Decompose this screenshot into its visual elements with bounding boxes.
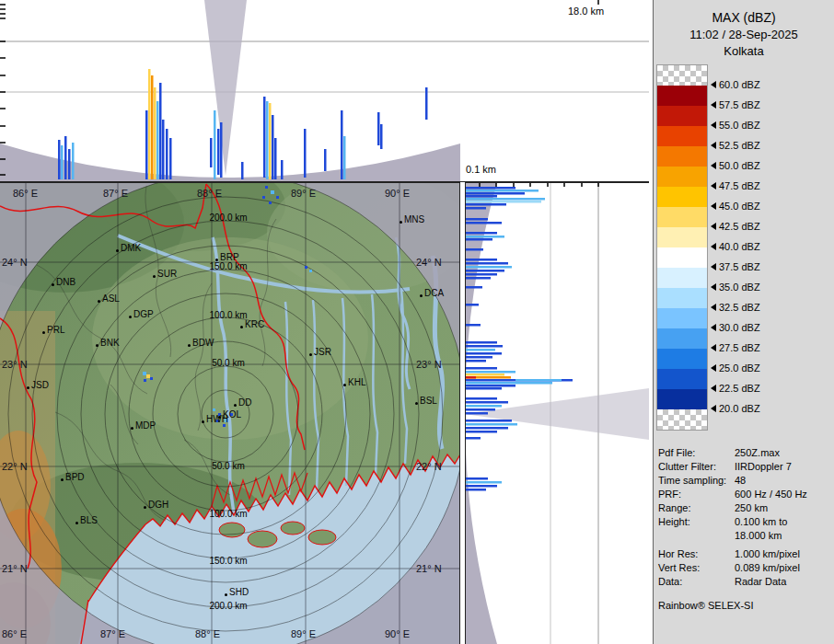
scale-band [657, 328, 707, 349]
scale-band [657, 146, 707, 167]
radar-echo-bar [324, 149, 327, 171]
scale-tick-arrow [711, 304, 716, 311]
radar-echo-bar [156, 101, 159, 179]
radar-echo-bar [465, 360, 486, 362]
scale-tick-arrow [711, 182, 716, 190]
radar-echo-bar [61, 145, 64, 179]
radar-echo-bar [465, 431, 497, 433]
radar-echo-cell [213, 408, 215, 411]
radar-echo-cell [144, 379, 146, 382]
scale-tick-arrow [711, 344, 716, 351]
radar-echo-bar [465, 427, 508, 430]
radar-echo-bar [380, 124, 383, 149]
scale-band [657, 288, 707, 308]
scale-tick-arrow [711, 263, 716, 270]
radar-echo-cell [146, 374, 150, 378]
radar-echo-bar [341, 110, 343, 179]
radar-echo-bar [281, 160, 284, 179]
radar-echo-bar [465, 232, 497, 235]
scale-label: 22.5 dBZ [711, 381, 760, 396]
scale-tick-arrow [711, 283, 716, 291]
radar-echo-bar [465, 397, 497, 400]
scale-band [657, 247, 707, 268]
info-row: Hor Res:1.000 km/pixel [658, 548, 800, 559]
scale-tick-arrow [711, 142, 716, 149]
radar-echo-bar [465, 481, 502, 484]
height-axis-min-label: 0.1 km [466, 164, 496, 175]
scale-band [657, 268, 707, 288]
radar-echo-bar [465, 382, 552, 385]
side-echo-layer [465, 187, 573, 491]
radar-echo-bar [465, 203, 506, 206]
radar-echo-bar [465, 485, 497, 488]
radar-echo-bar [465, 192, 525, 195]
radar-echo-bar [465, 401, 508, 404]
info-row: Time sampling:48 [658, 475, 746, 486]
info-row: PRF:600 Hz / 450 Hz [658, 489, 807, 500]
scale-tick-arrow [711, 202, 716, 210]
radar-echo-bar [159, 83, 162, 179]
radar-echo-bar [169, 138, 172, 179]
radar-echo-bar [465, 286, 482, 289]
scale-band [657, 389, 707, 409]
radar-echo-bar [269, 103, 272, 179]
scale-label: 37.5 dBZ [711, 259, 760, 274]
radar-echo-cell [225, 419, 228, 422]
radar-echo-bar [72, 143, 75, 179]
radar-echo-bar [465, 477, 488, 480]
product-title: MAX (dBZ) [654, 3, 834, 25]
radar-echo-cell [265, 186, 268, 189]
scale-label: 40.0 dBZ [711, 239, 760, 254]
info-row: 18.000 km [658, 530, 782, 541]
radar-echo-bar [465, 304, 479, 306]
height-axis-max-label: 18.0 km [568, 6, 604, 17]
scale-label: 45.0 dBZ [711, 199, 760, 213]
scale-label: 27.5 dBZ [711, 340, 760, 355]
scale-band [657, 126, 707, 146]
radar-echo-bar [166, 129, 168, 179]
radar-echo-bar [210, 138, 213, 167]
scale-label: 52.5 dBZ [711, 138, 760, 153]
radar-echo-bar [465, 266, 512, 269]
radar-echo-bar [465, 412, 488, 415]
radar-echo-bar [154, 87, 156, 179]
radar-echo-bar [465, 190, 539, 192]
radar-echo-bar [465, 405, 502, 408]
product-datetime: 11:02 / 28-Sep-2025 [654, 28, 834, 41]
radar-echo-bar [465, 222, 502, 224]
scale-band [657, 106, 707, 126]
radar-echo-bar [465, 324, 481, 327]
radar-echo-bar [465, 356, 492, 359]
top-projection-panel [0, 0, 649, 182]
side-projection-panel [465, 182, 649, 644]
radar-echo-bar [465, 259, 497, 261]
scale-label: 42.5 dBZ [711, 219, 760, 234]
scale-label: 47.5 dBZ [711, 178, 760, 193]
radar-echo-bar [465, 187, 515, 190]
radar-echo-bar [465, 387, 502, 390]
radar-echo-bar [241, 162, 244, 179]
scale-band [657, 167, 707, 187]
scale-tick-arrow [711, 121, 716, 129]
radar-echo-bar [465, 489, 486, 491]
radar-echo-bar [274, 138, 277, 179]
scale-tick-arrow [711, 385, 716, 392]
radar-echo-cell [216, 420, 219, 422]
scale-tick-arrow [711, 405, 716, 412]
software-brand: Rainbow® SELEX-SI [658, 600, 754, 611]
radar-echo-bar [465, 198, 545, 201]
radar-echo-bar [151, 75, 154, 179]
color-scale [656, 64, 708, 431]
radar-echo-bar [465, 349, 495, 351]
info-row: Pdf File:250Z.max [658, 447, 780, 458]
radar-echo-bar [465, 341, 497, 344]
scale-tick-arrow [711, 81, 716, 88]
scale-tick-arrow [711, 223, 716, 230]
map-graphic [0, 182, 460, 644]
radar-echo-bar [214, 110, 216, 179]
radar-echo-bar [425, 87, 428, 120]
scale-band [657, 409, 707, 430]
radar-echo-bar [465, 376, 476, 379]
radar-echo-bar [220, 122, 223, 178]
radar-echo-bar [465, 270, 504, 272]
